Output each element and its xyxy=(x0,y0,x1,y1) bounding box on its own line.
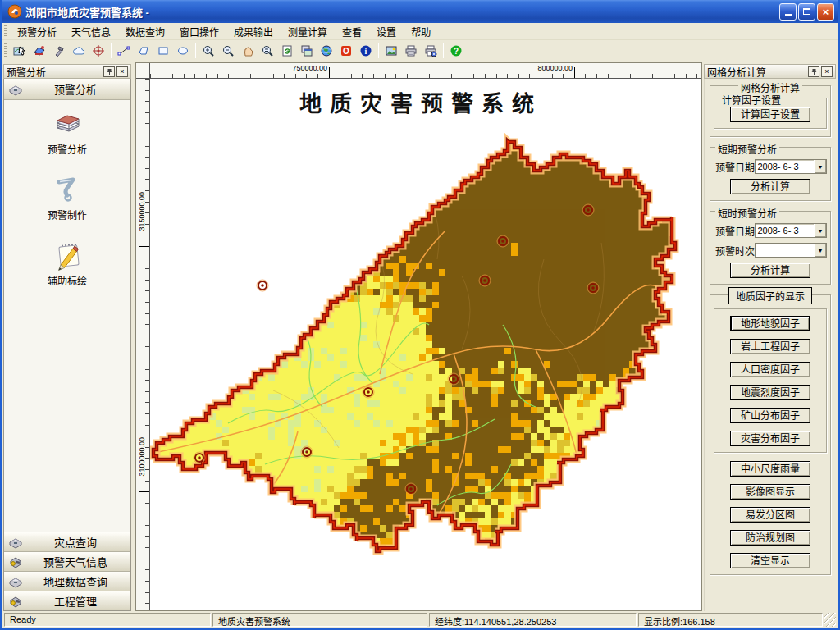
help-icon: ? xyxy=(450,44,463,57)
menu-item-settings[interactable]: 设置 xyxy=(369,23,404,40)
category-warning-weather-info[interactable]: 预警天气信息 xyxy=(4,551,130,571)
map-title: 地质灾害预警系统 xyxy=(299,91,542,116)
category-disaster-point-query[interactable]: 灾点查询 xyxy=(4,532,130,551)
right-panel-body: 网格分析计算 计算因子设置 计算因子设置 短期预警分析 预警日期 2008- 6… xyxy=(704,79,836,611)
group-factor-setting: 计算因子设置 计算因子设置 xyxy=(714,98,827,129)
refresh-view-icon xyxy=(281,44,294,57)
tool-locate[interactable] xyxy=(89,42,108,61)
category-geo-data-query[interactable]: 地理数据查询 xyxy=(4,571,130,591)
tool-stop[interactable]: O xyxy=(336,42,356,61)
chevron-down-icon[interactable]: ▼ xyxy=(814,224,826,237)
minimize-icon xyxy=(785,14,792,16)
factor-geotech-button[interactable]: 岩土工程因子 xyxy=(730,339,810,354)
display-rainfall-button[interactable]: 中小尺度雨量 xyxy=(730,461,810,477)
menu-item-data-query[interactable]: 数据查询 xyxy=(118,23,172,40)
tool-print-setup[interactable] xyxy=(421,42,441,61)
tool-select-area[interactable] xyxy=(10,42,30,61)
stamp-icon xyxy=(7,82,24,97)
factor-seismic-button[interactable]: 地震烈度因子 xyxy=(730,385,810,400)
print-icon xyxy=(404,44,418,57)
toolbar-grip[interactable] xyxy=(4,43,7,58)
immediate-time-select[interactable]: ▼ xyxy=(755,243,827,258)
factor-disaster-button[interactable]: 灾害分布因子 xyxy=(730,431,810,446)
short-term-analyze-button[interactable]: 分析计算 xyxy=(730,179,810,194)
tool-draw-polygon[interactable] xyxy=(134,42,153,61)
factor-setting-button[interactable]: 计算因子设置 xyxy=(730,107,810,122)
main-area: 预警分析 × 预警分析 预警分析 预警制作 xyxy=(2,62,838,611)
resize-grip[interactable] xyxy=(824,613,836,627)
map-canvas[interactable]: 地质灾害预警系统 xyxy=(150,79,701,610)
device-icon xyxy=(7,574,24,589)
display-clear-button[interactable]: 清空显示 xyxy=(730,553,810,568)
menu-item-warning-analysis[interactable]: 预警分析 xyxy=(10,23,64,40)
horizontal-ruler: 750000.00800000.00 xyxy=(150,63,701,79)
tool-image-view[interactable] xyxy=(381,42,401,61)
menu-item-help[interactable]: 帮助 xyxy=(404,23,438,40)
factor-mines-button[interactable]: 矿山分布因子 xyxy=(730,408,810,423)
tool-zoom-center[interactable] xyxy=(258,42,277,61)
tool-copy-window[interactable] xyxy=(297,42,317,61)
restore-button[interactable] xyxy=(798,3,815,21)
left-panel-pin-button[interactable] xyxy=(103,66,115,77)
left-panel-close-button[interactable]: × xyxy=(116,66,128,77)
short-term-date-picker[interactable]: 2008- 6- 3▼ xyxy=(755,159,827,174)
region-map[interactable]: 地质灾害预警系统 xyxy=(150,79,701,610)
draw-polygon-icon xyxy=(137,44,150,57)
tool-paint-layer[interactable] xyxy=(30,42,49,61)
immediate-date-picker[interactable]: 2008- 6- 3▼ xyxy=(755,223,827,238)
tool-draw-rectangle[interactable] xyxy=(153,42,173,61)
group-short-term: 短期预警分析 预警日期 2008- 6- 3▼ 分析计算 xyxy=(710,147,831,201)
left-panel-header[interactable]: 预警分析 xyxy=(4,79,130,100)
item-label: 预警制作 xyxy=(48,208,87,221)
cloud-icon xyxy=(72,44,85,57)
svg-text:i: i xyxy=(365,47,368,56)
tool-pan[interactable] xyxy=(238,42,258,61)
tool-print[interactable] xyxy=(401,42,421,61)
right-panel-close-button[interactable]: × xyxy=(821,66,833,77)
item-assist-plotting[interactable]: 辅助标绘 xyxy=(4,238,130,287)
menu-item-weather-info[interactable]: 天气信息 xyxy=(64,23,118,40)
minimize-button[interactable] xyxy=(779,3,797,21)
right-panel-pin-button[interactable] xyxy=(808,66,819,77)
menu-grip[interactable] xyxy=(4,25,7,37)
item-warning-production[interactable]: 预警制作 xyxy=(4,172,130,221)
menu-item-measure[interactable]: 测量计算 xyxy=(281,23,335,40)
vertical-ruler: 3150000.003100000.00 xyxy=(136,79,150,610)
tool-cloud[interactable] xyxy=(69,42,89,61)
tool-zoom-in[interactable] xyxy=(199,42,218,61)
menu-item-result-output[interactable]: 成果输出 xyxy=(226,23,281,40)
chevron-down-icon[interactable]: ▼ xyxy=(814,244,826,257)
tool-zoom-out[interactable] xyxy=(218,42,238,61)
menu-item-view[interactable]: 查看 xyxy=(335,23,369,40)
display-prevention-plan-button[interactable]: 防治规划图 xyxy=(730,530,810,546)
chevron-down-icon[interactable]: ▼ xyxy=(814,160,826,173)
display-susceptibility-button[interactable]: 易发分区图 xyxy=(730,507,810,523)
factor-terrain-button[interactable]: 地形地貌因子 xyxy=(730,316,810,331)
status-ready: Ready xyxy=(4,613,211,627)
tool-draw-ellipse[interactable] xyxy=(173,42,193,61)
titlebar: 浏阳市地质灾害预警系统 - × xyxy=(2,0,838,23)
hammer-icon xyxy=(52,44,66,57)
factor-population-button[interactable]: 人口密度因子 xyxy=(730,362,810,377)
immediate-analyze-button[interactable]: 分析计算 xyxy=(730,262,810,278)
item-warning-analysis[interactable]: 预警分析 xyxy=(4,107,130,156)
immediate-date-value: 2008- 6- 3 xyxy=(756,224,814,237)
tool-help[interactable]: ? xyxy=(446,42,466,61)
tool-info[interactable]: i xyxy=(356,42,376,61)
tool-draw-line[interactable] xyxy=(114,42,134,61)
info-icon: i xyxy=(359,44,372,57)
tool-hammer[interactable] xyxy=(49,42,69,61)
display-imagery-button[interactable]: 影像图显示 xyxy=(730,484,810,500)
close-button[interactable]: × xyxy=(817,3,834,21)
left-panel-body: 预警分析 预警分析 预警制作 辅助标绘 xyxy=(3,79,131,611)
menu-item-window-ops[interactable]: 窗口操作 xyxy=(172,23,226,40)
locate-icon xyxy=(92,44,105,57)
window-title: 浏阳市地质灾害预警系统 - xyxy=(25,4,779,20)
tool-refresh-view[interactable] xyxy=(277,42,297,61)
tool-globe[interactable] xyxy=(317,42,336,61)
svg-text:O: O xyxy=(343,47,349,56)
draw-line-icon xyxy=(117,44,130,57)
toolbar-separator xyxy=(443,43,444,58)
toolbar: O i ? xyxy=(2,40,838,62)
category-project-management[interactable]: 工程管理 xyxy=(4,591,130,610)
